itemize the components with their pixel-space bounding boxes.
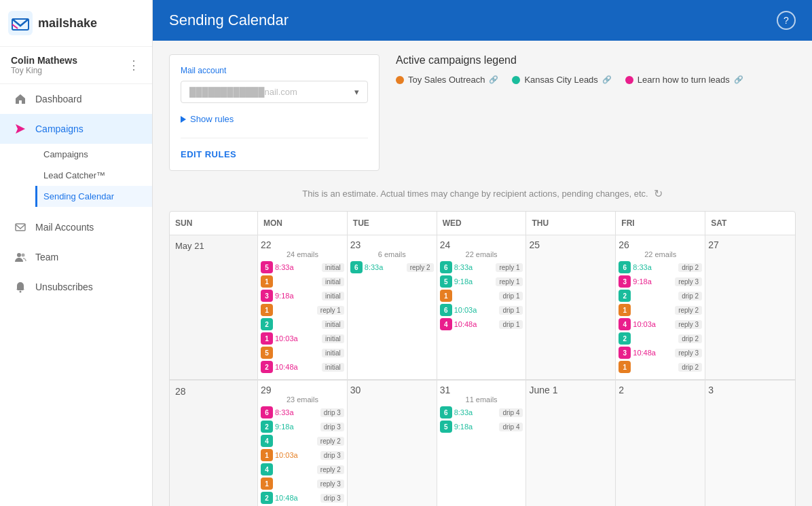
mail-account-card: Mail account ████████████nail.com ▾ Show… [169,54,380,171]
page-header: Sending Calendar ? [153,0,812,41]
cal-day-sun-21: May 21 [170,235,258,380]
sidebar-item-dashboard[interactable]: Dashboard [0,84,152,114]
time-row: 58:33ainitial [261,261,344,273]
time-row: 210:48adrip 3 [261,492,344,504]
legend-dot-kansas [512,76,520,84]
sidebar-item-sending-calendar[interactable]: Sending Calendar [35,186,152,207]
legend-link-toy-sales[interactable]: 🔗 [489,75,498,84]
svg-point-6 [20,291,22,293]
people-icon [14,250,27,264]
time-row: 1reply 2 [619,304,702,316]
cal-day-thu-25: 25 [526,235,616,380]
col-wed: Wed [437,212,527,235]
legend-label-learn: Learn how to turn leads [638,75,730,85]
svg-point-4 [17,253,21,257]
time-row: 1drip 2 [619,361,702,373]
svg-marker-2 [16,124,25,134]
time-row: 610:03adrip 1 [440,304,523,316]
time-row: 4reply 2 [261,435,344,447]
edit-rules-button[interactable]: EDIT RULES [181,138,368,159]
legend-label-toy-sales: Toy Sales Outreach [408,75,485,85]
cal-day-mon-22: 22 24 emails 58:33ainitial 1initial 39:1… [258,235,348,380]
time-row: 59:18adrip 4 [440,421,523,433]
time-row: 68:33adrip 2 [619,261,702,273]
week1-sun-label: May 21 [175,241,252,251]
cal-day-wed-24: 24 22 emails 68:33areply 1 59:18areply 1… [437,235,527,380]
estimate-text: This is an estimate. Actual times may ch… [302,189,648,199]
cal-day-tue-23: 23 6 emails 68:33areply 2 [348,235,437,380]
sidebar-logo-area: mailshake [0,0,152,47]
refresh-icon[interactable]: ↻ [654,187,663,200]
time-row: 4reply 2 [261,463,344,475]
logo-icon [8,11,33,35]
campaigns-label: Campaigns [35,123,84,134]
user-menu-button[interactable]: ⋮ [128,58,141,73]
col-sat: Sat [705,212,795,235]
user-company: Toy King [11,66,77,75]
time-row: 29:18adrip 3 [261,421,344,433]
show-rules-label: Show rules [190,114,234,124]
legend-link-kansas[interactable]: 🔗 [602,75,612,84]
legend-items: Toy Sales Outreach 🔗 Kansas City Leads 🔗… [396,75,796,85]
col-thu: Thu [526,212,616,235]
main-content: Sending Calendar ? Mail account ████████… [153,0,812,506]
cal-day-sun-28: 28 [170,381,258,506]
dashboard-label: Dashboard [35,94,82,104]
legend-section: Active campaigns legend Toy Sales Outrea… [396,54,796,171]
svg-rect-3 [16,224,25,231]
content-area: Mail account ████████████nail.com ▾ Show… [153,41,812,506]
mail-account-label: Mail account [181,66,368,75]
sidebar-item-campaigns[interactable]: Campaigns [0,114,152,144]
time-row: 2drip 2 [619,332,702,345]
unsubscribes-label: Unsubscribes [35,281,93,292]
sending-calendar: Sun Mon Tue Wed Thu Fri Sat May 21 22 24… [169,211,796,506]
time-row: 1initial [261,275,344,288]
cal-day-mon-29: 29 23 emails 68:33adrip 3 29:18adrip 3 4… [258,381,348,506]
time-row: 410:03areply 3 [619,318,702,330]
email-display: ████████████nail.com [189,87,297,97]
show-rules-button[interactable]: Show rules [181,111,368,127]
mail-account-select[interactable]: ████████████nail.com ▾ [181,81,368,103]
time-row: 110:03adrip 3 [261,449,344,461]
cal-day-sat-3: 3 [705,381,795,506]
legend-link-learn[interactable]: 🔗 [734,75,743,84]
svg-point-5 [22,254,25,257]
home-icon [14,92,27,106]
time-row: 1drip 1 [440,290,523,302]
cal-day-fri-2: 2 [616,381,705,506]
sidebar-item-mail-accounts[interactable]: Mail Accounts [0,212,152,242]
send-icon [14,122,27,136]
sidebar-item-team[interactable]: Team [0,242,152,272]
bell-icon [14,280,27,294]
sidebar-item-campaigns-sub[interactable]: Campaigns [35,144,152,165]
calendar-week-2: 28 29 23 emails 68:33adrip 3 29:18adrip … [170,380,795,506]
cal-day-sat-27: 27 [705,235,795,380]
cal-day-tue-30: 30 [348,381,437,506]
time-row: 68:33areply 2 [350,261,434,273]
triangle-icon [181,116,186,123]
time-row: 39:18ainitial [261,290,344,302]
time-row: 410:48adrip 1 [440,318,523,330]
cal-day-wed-31: 31 11 emails 68:33adrip 4 59:18adrip 4 [437,381,527,506]
user-info: Colin Mathews Toy King [11,55,77,75]
legend-dot-toy-sales [396,76,404,84]
col-fri: Fri [616,212,705,235]
logo: mailshake [8,11,97,35]
col-tue: Tue [348,212,437,235]
user-name: Colin Mathews [11,55,77,66]
legend-item-learn: Learn how to turn leads 🔗 [625,75,743,85]
help-button[interactable]: ? [777,11,796,30]
time-row: 5initial [261,347,344,359]
sidebar-item-unsubscribes[interactable]: Unsubscribes [0,272,152,302]
col-sun: Sun [170,212,258,235]
mail-icon [14,220,27,234]
legend-title: Active campaigns legend [396,54,796,66]
sidebar-item-lead-catcher[interactable]: Lead Catcher™ [35,165,152,186]
top-section: Mail account ████████████nail.com ▾ Show… [169,54,796,171]
time-row: 2drip 2 [619,290,702,302]
time-row: 39:18areply 3 [619,275,702,288]
time-row: 110:03ainitial [261,332,344,345]
time-row: 310:48areply 3 [619,347,702,359]
legend-item-toy-sales: Toy Sales Outreach 🔗 [396,75,498,85]
select-chevron: ▾ [354,87,359,97]
